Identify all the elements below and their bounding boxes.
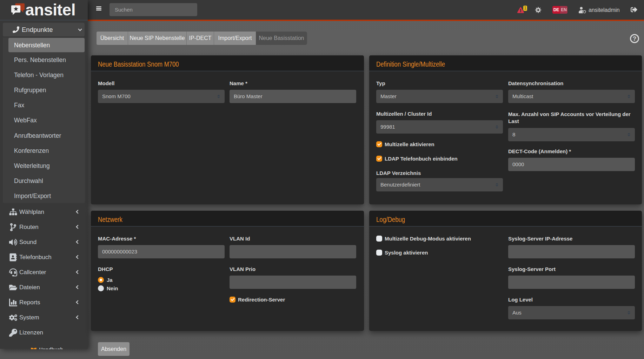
svg-text:ansitel: ansitel [25, 3, 75, 18]
